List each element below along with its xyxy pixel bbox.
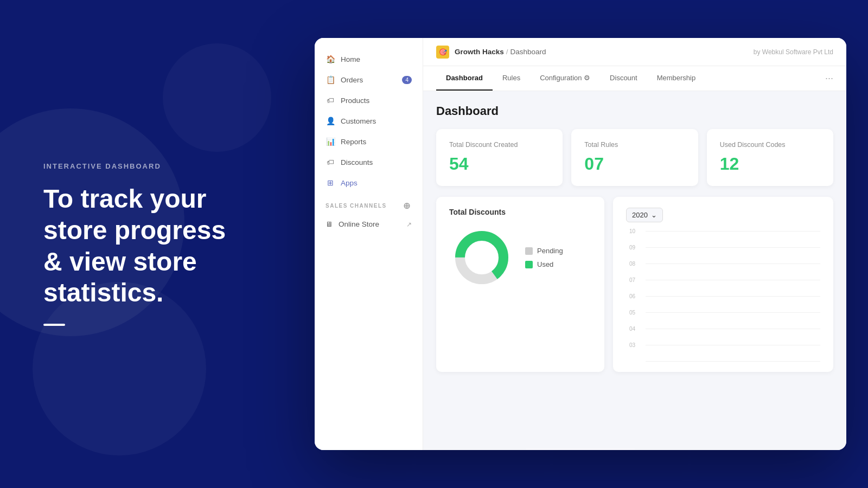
sidebar-label-customers: Customers <box>341 117 376 125</box>
sidebar-item-orders[interactable]: 📋 Orders 4 <box>315 69 423 90</box>
sidebar-item-online-store[interactable]: 🖥 Online Store ↗ <box>315 215 423 234</box>
tab-configuration[interactable]: Configuration ⚙ <box>530 66 600 91</box>
home-icon: 🏠 <box>326 54 335 64</box>
legend-item-used: Used <box>525 260 563 268</box>
bar-chart-area: 10 09 08 07 06 05 04 03 <box>626 231 820 361</box>
app-container: 🏠 Home 📋 Orders 4 🏷 Products 👤 Customers… <box>293 0 868 488</box>
left-title: To track your store progress & view stor… <box>43 183 250 308</box>
stats-row: Total Discount Created 54 Total Rules 07… <box>436 129 833 186</box>
stat-label-used-codes: Used Discount Codes <box>720 141 820 149</box>
stat-value-total-rules: 07 <box>584 154 685 174</box>
bottom-section: Total Discounts <box>436 197 833 372</box>
left-panel: INTERACTIVE DASHBOARD To track your stor… <box>0 0 293 488</box>
brand-name: Growth Hacks <box>455 48 504 56</box>
bar-chart-card: 2020 ⌄ 10 09 08 07 06 <box>613 197 833 372</box>
sidebar-item-products[interactable]: 🏷 Products <box>315 90 423 111</box>
tabs-nav: Dashborad Rules Configuration ⚙ Discount… <box>423 66 846 91</box>
sidebar-item-customers[interactable]: 👤 Customers <box>315 111 423 131</box>
legend-item-pending: Pending <box>525 247 563 255</box>
year-dropdown-icon: ⌄ <box>651 211 657 219</box>
bars-container <box>646 231 820 361</box>
chart-legend: Pending Used <box>525 247 563 268</box>
top-bar: 🎯 Growth Hacks / Dashboard by Webkul Sof… <box>423 38 846 66</box>
left-divider <box>43 324 65 326</box>
by-webkul: by Webkul Software Pvt Ltd <box>754 48 833 56</box>
sidebar: 🏠 Home 📋 Orders 4 🏷 Products 👤 Customers… <box>315 38 423 450</box>
orders-icon: 📋 <box>326 75 335 85</box>
dashboard-body: Dashboard Total Discount Created 54 Tota… <box>423 91 846 450</box>
stat-card-total-rules: Total Rules 07 <box>571 129 698 186</box>
customers-icon: 👤 <box>326 116 335 126</box>
sidebar-item-home[interactable]: 🏠 Home <box>315 49 423 69</box>
donut-card: Total Discounts <box>436 197 604 372</box>
app-icon: 🎯 <box>436 46 449 59</box>
sidebar-label-discounts: Discounts <box>341 158 373 166</box>
left-label: INTERACTIVE DASHBOARD <box>43 162 250 170</box>
stat-card-total-discount: Total Discount Created 54 <box>436 129 563 186</box>
sidebar-item-discounts[interactable]: 🏷 Discounts <box>315 152 423 172</box>
reports-icon: 📊 <box>326 137 335 146</box>
sidebar-label-products: Products <box>341 97 369 105</box>
year-value: 2020 <box>632 211 648 219</box>
sidebar-label-apps: Apps <box>341 179 358 187</box>
online-store-label: Online Store <box>339 220 379 228</box>
stat-label-total-discount: Total Discount Created <box>449 141 550 149</box>
year-selector[interactable]: 2020 ⌄ <box>626 208 663 222</box>
stat-label-total-rules: Total Rules <box>584 141 685 149</box>
products-icon: 🏷 <box>326 95 335 105</box>
tab-discount[interactable]: Discount <box>600 66 647 91</box>
donut-title: Total Discounts <box>449 208 591 216</box>
more-options-button[interactable]: ··· <box>825 67 833 89</box>
sidebar-label-orders: Orders <box>341 76 363 84</box>
app-icon-symbol: 🎯 <box>439 48 447 56</box>
dashboard-title: Dashboard <box>436 104 833 118</box>
tab-membership[interactable]: Membership <box>647 66 706 91</box>
apps-icon: ⊞ <box>326 178 335 188</box>
tab-rules[interactable]: Rules <box>493 66 530 91</box>
breadcrumb: 🎯 Growth Hacks / Dashboard <box>436 46 546 59</box>
donut-content: Pending Used <box>449 225 591 290</box>
sidebar-label-home: Home <box>341 55 360 63</box>
main-content: 🎯 Growth Hacks / Dashboard by Webkul Sof… <box>423 38 846 450</box>
stat-value-used-codes: 12 <box>720 154 820 174</box>
sidebar-item-apps[interactable]: ⊞ Apps <box>315 172 423 193</box>
stat-card-used-codes: Used Discount Codes 12 <box>707 129 833 186</box>
legend-label-used: Used <box>537 260 553 268</box>
sidebar-label-reports: Reports <box>341 138 366 146</box>
donut-chart <box>449 225 514 290</box>
breadcrumb-page: Dashboard <box>510 48 546 56</box>
online-store-icon: 🖥 <box>326 220 333 228</box>
breadcrumb-slash: / <box>506 48 508 56</box>
bottom-notch <box>526 448 635 450</box>
browser-window: 🏠 Home 📋 Orders 4 🏷 Products 👤 Customers… <box>315 38 846 450</box>
sidebar-item-reports[interactable]: 📊 Reports <box>315 131 423 152</box>
legend-label-pending: Pending <box>537 247 563 255</box>
sales-channels-section: SALES CHANNELS ⊕ <box>315 193 423 215</box>
bar-card-header: 2020 ⌄ <box>626 208 820 222</box>
add-channel-icon[interactable]: ⊕ <box>402 201 412 210</box>
discounts-icon: 🏷 <box>326 157 335 167</box>
external-link-icon: ↗ <box>406 221 412 228</box>
tab-dashboard[interactable]: Dashborad <box>436 66 493 91</box>
stat-value-total-discount: 54 <box>449 154 550 174</box>
orders-badge: 4 <box>402 76 412 84</box>
legend-dot-used <box>525 261 533 268</box>
sales-channels-label: SALES CHANNELS <box>326 203 387 209</box>
legend-dot-pending <box>525 247 533 255</box>
